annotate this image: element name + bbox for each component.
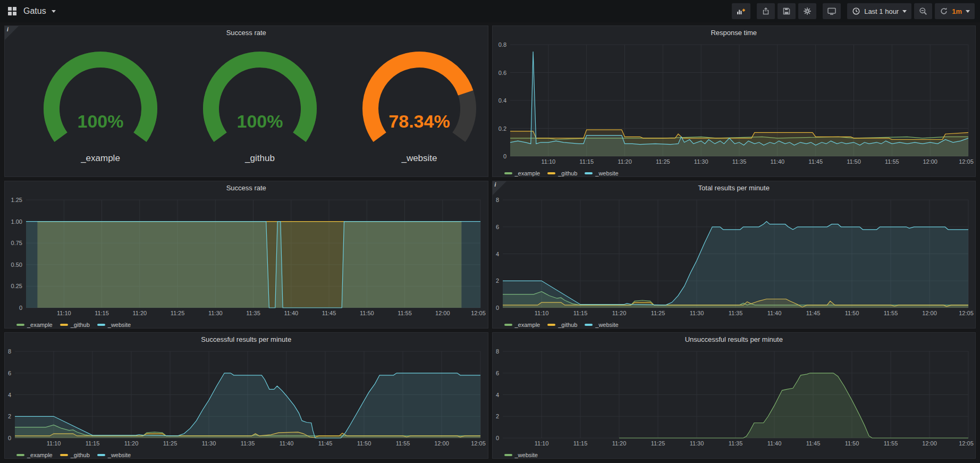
svg-text:100%: 100% xyxy=(78,111,124,131)
svg-text:12:05: 12:05 xyxy=(959,440,974,447)
legend-label: _example xyxy=(27,322,53,328)
chart-panel-body: 0246811:1011:1511:2011:2511:3011:3511:40… xyxy=(493,346,976,459)
info-icon: i xyxy=(7,27,9,32)
legend-item-_website[interactable]: _website xyxy=(97,452,131,458)
svg-text:11:10: 11:10 xyxy=(541,158,555,165)
zoom-out-button[interactable] xyxy=(914,3,932,19)
legend-swatch xyxy=(504,172,512,174)
panel-title[interactable]: Response time xyxy=(493,26,976,39)
settings-button[interactable] xyxy=(798,3,816,19)
legend-label: _website xyxy=(108,452,131,458)
svg-text:12:05: 12:05 xyxy=(471,310,486,316)
svg-text:0.6: 0.6 xyxy=(498,70,506,76)
svg-text:4: 4 xyxy=(495,251,499,257)
svg-text:11:45: 11:45 xyxy=(318,440,333,447)
chart-panel-body: 00.20.40.60.811:1011:1511:2011:2511:3011… xyxy=(493,39,976,177)
legend-swatch xyxy=(585,324,593,326)
chart-legend: _website xyxy=(493,450,976,459)
panel-title[interactable]: Success rate xyxy=(5,26,488,39)
svg-text:11:25: 11:25 xyxy=(650,440,665,447)
chart-legend: _example _github _website xyxy=(493,168,976,177)
svg-text:11:40: 11:40 xyxy=(280,440,294,447)
legend-item-_example[interactable]: _example xyxy=(504,322,540,328)
panel-info-corner[interactable]: i xyxy=(5,26,19,40)
share-button[interactable] xyxy=(757,3,775,19)
legend-item-_github[interactable]: _github xyxy=(60,452,90,458)
panel-info-corner[interactable]: i xyxy=(493,181,506,195)
legend-item-_example[interactable]: _example xyxy=(16,322,53,328)
dashboard-title-dropdown[interactable]: Gatus xyxy=(23,6,56,16)
svg-text:11:20: 11:20 xyxy=(612,310,626,316)
svg-text:11:10: 11:10 xyxy=(57,310,71,316)
svg-text:11:45: 11:45 xyxy=(322,310,336,316)
svg-text:11:50: 11:50 xyxy=(360,310,374,316)
chart-canvas[interactable]: 0246811:1011:1511:2011:2511:3011:3511:40… xyxy=(493,195,976,317)
svg-text:8: 8 xyxy=(495,348,499,355)
svg-text:6: 6 xyxy=(495,370,499,376)
chart-canvas[interactable]: 0246811:1011:1511:2011:2511:3011:3511:40… xyxy=(493,346,976,448)
legend-swatch xyxy=(504,324,512,326)
legend-label: _github xyxy=(71,452,90,458)
svg-text:11:15: 11:15 xyxy=(573,310,587,316)
panel-title[interactable]: Success rate xyxy=(5,181,488,195)
legend-item-_website[interactable]: _website xyxy=(585,322,618,328)
legend-label: _website xyxy=(595,170,618,176)
svg-text:11:40: 11:40 xyxy=(284,310,298,316)
refresh-button[interactable]: 1m xyxy=(935,3,975,19)
legend-swatch xyxy=(60,454,68,456)
legend-label: _github xyxy=(558,170,577,176)
legend-item-_website[interactable]: _website xyxy=(504,452,538,458)
legend-swatch xyxy=(504,454,512,456)
svg-text:12:00: 12:00 xyxy=(434,440,449,447)
svg-text:11:55: 11:55 xyxy=(883,310,898,316)
add-panel-button[interactable] xyxy=(732,3,750,19)
chart-canvas[interactable]: 00.250.500.751.001.2511:1011:1511:2011:2… xyxy=(5,195,488,317)
gauge-_website: 78.34% _website xyxy=(340,49,488,164)
panel-title[interactable]: Total results per minute xyxy=(493,181,976,195)
svg-text:2: 2 xyxy=(8,413,11,419)
svg-text:11:15: 11:15 xyxy=(86,440,100,447)
legend-item-_example[interactable]: _example xyxy=(16,452,53,458)
svg-text:11:10: 11:10 xyxy=(534,310,548,316)
svg-text:8: 8 xyxy=(495,197,499,203)
svg-text:12:05: 12:05 xyxy=(959,158,974,165)
svg-text:11:20: 11:20 xyxy=(124,440,139,447)
legend-swatch xyxy=(547,324,555,326)
legend-item-_website[interactable]: _website xyxy=(585,170,618,176)
legend-item-_website[interactable]: _website xyxy=(97,322,131,328)
legend-item-_example[interactable]: _example xyxy=(504,170,540,176)
gauge-label: _example xyxy=(81,153,120,164)
refresh-icon xyxy=(940,7,948,15)
legend-label: _example xyxy=(515,170,540,176)
svg-text:0: 0 xyxy=(495,435,499,441)
time-range-label: Last 1 hour xyxy=(864,7,899,15)
svg-text:0.75: 0.75 xyxy=(11,240,22,246)
legend-item-_github[interactable]: _github xyxy=(547,170,577,176)
legend-label: _website xyxy=(108,322,131,328)
series-fill-_website xyxy=(26,222,480,308)
save-button[interactable] xyxy=(778,3,796,19)
panel-successful-results: Successful results per minute 0246811:10… xyxy=(4,332,488,459)
tv-mode-button[interactable] xyxy=(823,3,841,19)
chart-canvas[interactable]: 00.20.40.60.811:1011:1511:2011:2511:3011… xyxy=(493,39,976,166)
chart-canvas[interactable]: 0246811:1011:1511:2011:2511:3011:3511:40… xyxy=(5,346,488,448)
svg-text:0.2: 0.2 xyxy=(498,125,506,132)
svg-text:1.00: 1.00 xyxy=(11,218,22,225)
panel-title[interactable]: Unsuccessful results per minute xyxy=(493,333,976,346)
svg-text:4: 4 xyxy=(495,392,499,398)
legend-swatch xyxy=(547,172,555,174)
series-fill-_website xyxy=(619,373,968,438)
svg-text:11:55: 11:55 xyxy=(398,310,412,316)
save-icon xyxy=(782,7,791,15)
dashboards-grid-icon[interactable] xyxy=(7,6,17,16)
svg-text:12:05: 12:05 xyxy=(471,440,486,447)
time-range-picker[interactable]: Last 1 hour xyxy=(847,3,911,19)
legend-label: _github xyxy=(71,322,90,328)
series-fill-_website xyxy=(15,373,480,438)
legend-item-_github[interactable]: _github xyxy=(60,322,90,328)
svg-text:11:40: 11:40 xyxy=(767,310,781,316)
refresh-interval-label: 1m xyxy=(952,7,962,15)
svg-text:4: 4 xyxy=(8,392,11,398)
panel-title[interactable]: Successful results per minute xyxy=(5,333,488,346)
legend-item-_github[interactable]: _github xyxy=(547,322,577,328)
